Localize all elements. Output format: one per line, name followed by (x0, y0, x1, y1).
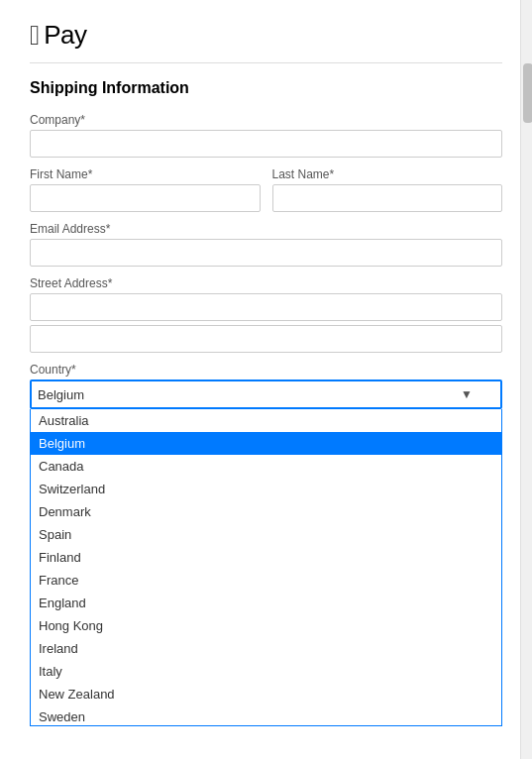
dropdown-item[interactable]: Australia (31, 409, 501, 432)
scrollbar[interactable] (520, 0, 532, 759)
street-address-input-2[interactable] (30, 325, 502, 353)
street-label: Street Address* (30, 276, 502, 290)
dropdown-item[interactable]: Sweden (31, 705, 501, 726)
first-name-group: First Name* (30, 167, 261, 212)
pay-label: Pay (44, 20, 86, 51)
dropdown-item[interactable]: Canada (31, 455, 501, 478)
street-address-input-1[interactable] (30, 293, 502, 321)
country-field-group: Country* Belgium ▼ AustraliaBelgiumCanad… (30, 363, 502, 409)
first-name-input[interactable] (30, 184, 261, 212)
section-title: Shipping Information (30, 79, 502, 97)
page-container:  Pay Shipping Information Company* Firs… (0, 0, 532, 528)
dropdown-item[interactable]: Spain (31, 523, 501, 546)
company-field-group: Company* (30, 113, 502, 158)
country-label: Country* (30, 363, 502, 377)
dropdown-item[interactable]: Switzerland (31, 478, 501, 500)
apple-logo-icon:  (30, 22, 40, 50)
name-row: First Name* Last Name* (30, 167, 502, 212)
last-name-input[interactable] (272, 184, 503, 212)
country-select-display[interactable]: Belgium ▼ (30, 380, 502, 409)
dropdown-item[interactable]: Hong Kong (31, 614, 501, 637)
selected-country-text: Belgium (38, 387, 84, 402)
dropdown-item[interactable]: Italy (31, 660, 501, 683)
company-label: Company* (30, 113, 502, 127)
dropdown-item[interactable]: New Zealand (31, 683, 501, 705)
email-input[interactable] (30, 239, 502, 267)
street-field-group: Street Address* (30, 276, 502, 353)
email-field-group: Email Address* (30, 222, 502, 267)
header:  Pay (30, 20, 502, 63)
dropdown-item[interactable]: England (31, 592, 501, 614)
dropdown-item[interactable]: Belgium (31, 432, 501, 455)
last-name-label: Last Name* (272, 167, 503, 181)
email-label: Email Address* (30, 222, 502, 236)
country-dropdown-list[interactable]: AustraliaBelgiumCanadaSwitzerlandDenmark… (30, 409, 502, 726)
dropdown-item[interactable]: Ireland (31, 637, 501, 660)
dropdown-item[interactable]: Finland (31, 546, 501, 569)
dropdown-arrow-icon: ▼ (461, 387, 473, 401)
last-name-group: Last Name* (272, 167, 503, 212)
shipping-section: Shipping Information Company* First Name… (30, 79, 502, 409)
country-select-wrapper: Belgium ▼ AustraliaBelgiumCanadaSwitzerl… (30, 380, 502, 409)
dropdown-item[interactable]: France (31, 569, 501, 592)
first-name-label: First Name* (30, 167, 261, 181)
company-input[interactable] (30, 130, 502, 158)
street-address-inputs (30, 293, 502, 353)
dropdown-item[interactable]: Denmark (31, 500, 501, 523)
scrollbar-thumb (523, 63, 533, 123)
